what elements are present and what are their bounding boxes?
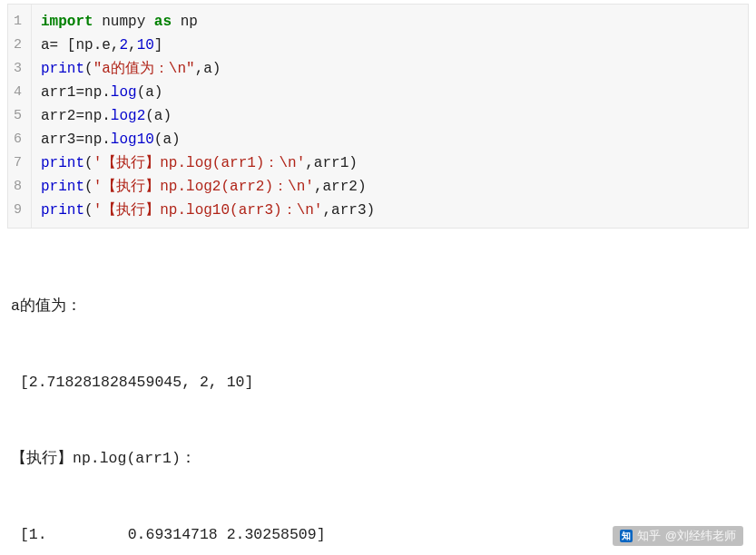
code-line: a= [np.e,2,10] (41, 34, 375, 57)
code-line: arr2=np.log2(a) (41, 104, 375, 128)
code-line: arr3=np.log10(a) (41, 128, 375, 151)
code-area[interactable]: import numpy as np a= [np.e,2,10] print(… (32, 5, 384, 228)
code-line: print("a的值为：\n",a) (41, 57, 375, 81)
output-line: 【执行】np.log(arr1)： (11, 446, 745, 472)
code-line: import numpy as np (41, 10, 375, 34)
watermark-author: @刘经纬老师 (665, 528, 736, 544)
code-block: 1 2 3 4 5 6 7 8 9 import numpy as np a= … (7, 4, 749, 229)
line-number: 1 (14, 10, 22, 34)
line-number-gutter: 1 2 3 4 5 6 7 8 9 (8, 5, 32, 228)
line-number: 6 (14, 128, 22, 151)
line-number: 5 (14, 104, 22, 128)
line-number: 9 (14, 199, 22, 222)
line-number: 7 (14, 151, 22, 175)
watermark: 知 知乎 @刘经纬老师 (613, 526, 743, 546)
watermark-platform: 知乎 (637, 528, 661, 544)
output-line: a的值为： (11, 294, 745, 319)
line-number: 8 (14, 175, 22, 199)
code-line: arr1=np.log(a) (41, 81, 375, 104)
line-number: 4 (14, 81, 22, 104)
line-number: 3 (14, 57, 22, 81)
zhihu-icon: 知 (620, 530, 633, 542)
output-block: a的值为： [2.718281828459045, 2, 10] 【执行】np.… (0, 239, 756, 555)
output-line: [2.718281828459045, 2, 10] (11, 370, 745, 395)
code-line: print('【执行】np.log(arr1)：\n',arr1) (41, 151, 375, 175)
code-line: print('【执行】np.log10(arr3)：\n',arr3) (41, 199, 375, 222)
code-line: print('【执行】np.log2(arr2)：\n',arr2) (41, 175, 375, 199)
line-number: 2 (14, 34, 22, 57)
